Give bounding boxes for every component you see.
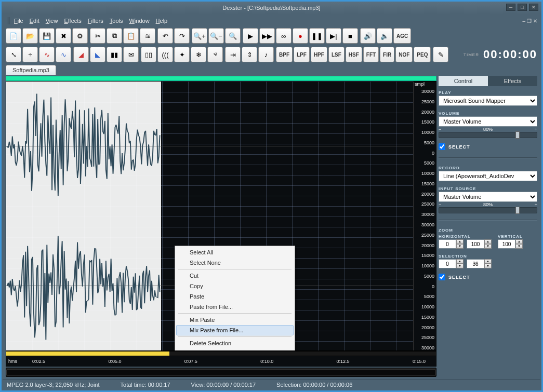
insert-button[interactable]: ⇥ (225, 47, 241, 62)
center-button[interactable]: ÷ (22, 47, 38, 62)
fade-blue-button[interactable]: ◣ (90, 47, 105, 62)
marker-strip-bottom[interactable] (6, 351, 436, 356)
spectrum-button[interactable]: ▯▯ (141, 47, 156, 62)
ctx-mix-paste-from-file-[interactable]: Mix Paste from File... (176, 325, 294, 335)
fade-red-button[interactable]: ◢ (73, 47, 89, 62)
waveform-area[interactable]: Select AllSelect NoneCutCopyPastePaste f… (6, 81, 436, 351)
record-button[interactable]: ● (293, 28, 308, 44)
tab-effects[interactable]: Effects (488, 76, 537, 86)
child-minimize[interactable]: – (522, 18, 525, 24)
notes-button[interactable]: ✎ (433, 47, 448, 62)
zoom-h-from[interactable]: ▲▼ (439, 239, 463, 249)
mix-button[interactable]: ≋ (140, 28, 155, 44)
toolbar-main: 📄📂💾✖⚙✂⧉📋≋↶↷🔍+🔍−🔍▶▶▶∞●❚❚▶|■🔊🔈AGC (3, 26, 540, 45)
stretch-button[interactable]: ⤡ (6, 47, 21, 62)
ctx-delete-selection[interactable]: Delete Selection (176, 338, 294, 348)
fir-button[interactable]: FIR (380, 47, 394, 62)
pause-button[interactable]: ❚❚ (309, 28, 325, 44)
wave-red-button[interactable]: ∿ (39, 47, 55, 62)
window-title: Dexster - [C:\Softpedia\Softpedia.mp3] (222, 5, 320, 11)
play-select-checkbox[interactable]: SELECT (439, 141, 537, 152)
hsf-button[interactable]: HSF (346, 47, 362, 62)
menu-help[interactable]: Help (153, 16, 171, 25)
nof-button[interactable]: NOF (395, 47, 413, 62)
menu-effects[interactable]: Effects (61, 16, 84, 25)
monitor-button[interactable]: 🔈 (377, 28, 392, 44)
open-button[interactable]: 📂 (22, 28, 38, 44)
compress-button[interactable]: ⇕ (242, 47, 257, 62)
ctx-copy[interactable]: Copy (176, 281, 294, 291)
ctx-trim[interactable]: Trim (176, 348, 294, 350)
lsf-button[interactable]: LSF (328, 47, 345, 62)
toolbar-effects: ⤡÷∿∿◢◣▮▮✉▯▯(((✦❄༄⇥⇕♪BPFLPFHPFLSFHSFFFTFI… (3, 45, 540, 64)
ctx-select-all[interactable]: Select All (176, 247, 294, 258)
zoom-v[interactable]: ▲▼ (498, 239, 523, 249)
tab-control[interactable]: Control (439, 76, 488, 86)
minimize-button[interactable]: ─ (506, 4, 515, 11)
wah-button[interactable]: ✦ (174, 47, 190, 62)
marker-strip-top[interactable] (6, 76, 436, 81)
menu-edit[interactable]: Edit (27, 16, 43, 25)
record-device-select[interactable]: Line (Apowersoft_AudioDev (439, 171, 537, 181)
env-button[interactable]: ✉ (123, 47, 139, 62)
peq-button[interactable]: PEQ (414, 47, 431, 62)
sel-select-checkbox[interactable]: SELECT (439, 272, 537, 282)
bpf-button[interactable]: BPF (276, 47, 293, 62)
time-ruler[interactable]: hms 0:02.50:05.00:07.50:10.00:12.50:15.0 (6, 356, 436, 367)
settings-button[interactable]: ⚙ (72, 28, 88, 44)
lpf-button[interactable]: LPF (294, 47, 310, 62)
child-maximize[interactable]: ❐ (527, 18, 532, 24)
music-button[interactable]: ♪ (258, 47, 274, 62)
paste-button[interactable]: 📋 (123, 28, 139, 44)
skip-button[interactable]: ▶| (326, 28, 341, 44)
volume-slider[interactable] (439, 132, 537, 138)
undo-button[interactable]: ↶ (157, 28, 173, 44)
speaker-button[interactable]: 🔊 (360, 28, 376, 44)
stop-button[interactable]: ■ (342, 28, 358, 44)
agc-button[interactable]: AGC (393, 28, 411, 44)
menu-file[interactable]: File (11, 16, 27, 25)
ctx-paste-from-file-[interactable]: Paste from File... (176, 302, 294, 312)
ctx-select-none[interactable]: Select None (176, 258, 294, 268)
play-loop-button[interactable]: ▶▶ (259, 28, 275, 44)
volume-select[interactable]: Master Volume (439, 116, 537, 127)
save-button[interactable]: 💾 (39, 28, 55, 44)
file-tab[interactable]: Softpedia.mp3 (6, 65, 56, 75)
zoom-h-to[interactable]: ▲▼ (467, 239, 492, 249)
menu-tools[interactable]: Tools (107, 16, 126, 25)
status-total: Total time: 00:00:17 (121, 382, 170, 388)
sel-to[interactable]: ▲▼ (467, 259, 492, 268)
menu-filters[interactable]: Filters (85, 16, 107, 25)
wave-blue-button[interactable]: ∿ (56, 47, 71, 62)
fft-button[interactable]: FFT (363, 47, 379, 62)
scroll-bar[interactable] (6, 368, 436, 377)
cut-button[interactable]: ✂ (90, 28, 105, 44)
redo-button[interactable]: ↷ (174, 28, 190, 44)
timer-value: 00:00:00 (483, 48, 537, 61)
loop-button[interactable]: ∞ (276, 28, 292, 44)
new-button[interactable]: 📄 (6, 28, 21, 44)
zoom-in-button[interactable]: 🔍+ (192, 28, 207, 44)
ctx-paste[interactable]: Paste (176, 291, 294, 302)
input-slider[interactable] (439, 207, 537, 213)
eq-button[interactable]: ▮▮ (107, 47, 122, 62)
child-close[interactable]: ✕ (533, 18, 537, 24)
zoom-sel-button[interactable]: 🔍 (225, 28, 241, 44)
zoom-out-button[interactable]: 🔍− (208, 28, 224, 44)
menu-view[interactable]: View (43, 16, 61, 25)
maximize-button[interactable]: □ (518, 4, 527, 11)
close-button[interactable]: ✕ (529, 4, 538, 11)
ctx-cut[interactable]: Cut (176, 271, 294, 281)
menu-window[interactable]: Window (126, 16, 152, 25)
input-select[interactable]: Master Volume (439, 192, 537, 202)
flanger-button[interactable]: ༄ (207, 47, 223, 62)
copy-button[interactable]: ⧉ (107, 28, 122, 44)
chorus-button[interactable]: ❄ (191, 47, 206, 62)
echo-button[interactable]: ((( (157, 47, 173, 62)
ctx-mix-paste[interactable]: Mix Paste (176, 315, 294, 325)
delete-button[interactable]: ✖ (56, 28, 71, 44)
play-button[interactable]: ▶ (243, 28, 258, 44)
play-device-select[interactable]: Microsoft Sound Mapper (439, 96, 537, 106)
hpf-button[interactable]: HPF (311, 47, 327, 62)
sel-from[interactable]: ▲▼ (439, 259, 463, 268)
